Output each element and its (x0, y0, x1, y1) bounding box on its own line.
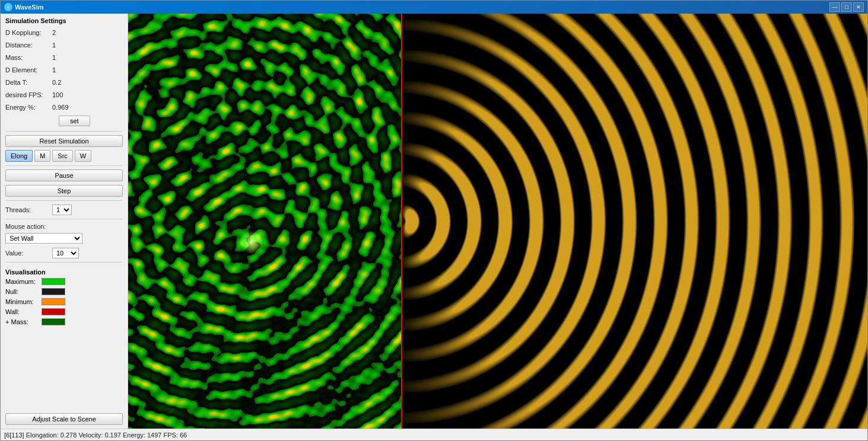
mouse-action-label: Mouse action: (5, 223, 50, 230)
value-delta-t: 0.2 (52, 79, 61, 86)
vis-wall-row: Wall: (5, 307, 123, 317)
threads-row: Threads: 1 2 4 8 (5, 204, 123, 215)
minimize-button[interactable]: — (829, 2, 840, 12)
value-energy: 0.969 (52, 104, 69, 111)
mode-buttons-row: Elong M Src W (5, 150, 123, 162)
status-text: [6[113] Elongation: 0.278 Velocity: 0.19… (4, 432, 187, 439)
mode-elong-button[interactable]: Elong (5, 150, 33, 162)
reset-simulation-button[interactable]: Reset Simulation (5, 135, 123, 147)
maximize-button[interactable]: □ (841, 2, 852, 12)
value-mass: 1 (52, 54, 56, 61)
vis-maximum-row: Maximum: (5, 277, 123, 286)
value-select[interactable]: 1 2 5 10 20 50 100 (52, 248, 79, 258)
field-d-kopplung: D Kopplung: 2 (5, 27, 123, 38)
vis-maximum-color (42, 278, 65, 285)
divider-4 (5, 219, 123, 219)
field-desired-fps: desired FPS: 100 (5, 90, 123, 100)
value-d-kopplung: 2 (52, 29, 56, 36)
title-bar-left: ≈ WaveSim (4, 3, 44, 11)
mouse-action-row: Mouse action: (5, 223, 123, 230)
label-desired-fps: desired FPS: (5, 91, 50, 98)
value-desired-fps: 100 (52, 91, 63, 98)
divider-2 (5, 165, 123, 166)
vis-mass-label: + Mass: (5, 318, 38, 325)
mouse-action-select-row: Set Wall Add Mass Set Source (5, 233, 123, 244)
set-button[interactable]: set (59, 116, 90, 126)
vis-minimum-label: Minimum: (5, 298, 38, 305)
field-distance: Distance: 1 (5, 40, 123, 50)
field-d-element: D Element: 1 (5, 65, 123, 75)
visualisation-section: Visualisation Maximum: Null: Minimum: Wa… (5, 269, 123, 327)
visualisation-label: Visualisation (5, 269, 123, 276)
vis-null-label: Null: (5, 288, 38, 295)
pause-button[interactable]: Pause (5, 170, 123, 181)
label-d-kopplung: D Kopplung: (5, 29, 50, 36)
mode-w-button[interactable]: W (75, 150, 91, 162)
divider-3 (5, 200, 123, 201)
threads-select[interactable]: 1 2 4 8 (52, 204, 72, 215)
mode-m-button[interactable]: M (34, 150, 50, 162)
field-mass: Mass: 1 (5, 52, 123, 63)
vis-mass-row: + Mass: (5, 317, 123, 327)
vis-minimum-color (42, 298, 65, 305)
title-bar-controls: — □ ✕ (829, 2, 864, 12)
vis-wall-label: Wall: (5, 308, 38, 315)
vis-maximum-label: Maximum: (5, 278, 38, 285)
label-delta-t: Delta T: (5, 79, 50, 86)
mouse-action-select[interactable]: Set Wall Add Mass Set Source (5, 233, 82, 244)
value-distance: 1 (52, 41, 56, 49)
title-bar: ≈ WaveSim — □ ✕ (1, 1, 867, 14)
main-content: Simulation Settings D Kopplung: 2 Distan… (1, 14, 867, 429)
step-button[interactable]: Step (5, 185, 123, 197)
window-title: WaveSim (15, 4, 44, 11)
status-bar: [6[113] Elongation: 0.278 Velocity: 0.19… (1, 429, 867, 440)
value-d-element: 1 (52, 66, 56, 74)
vis-mass-color (42, 318, 65, 325)
vis-wall-color (42, 308, 65, 315)
divider-1 (5, 131, 123, 132)
vis-null-row: Null: (5, 287, 123, 296)
sidebar: Simulation Settings D Kopplung: 2 Distan… (1, 14, 128, 429)
simulation-canvas[interactable] (128, 14, 867, 429)
main-window: ≈ WaveSim — □ ✕ Simulation Settings D Ko… (0, 0, 868, 441)
simulation-settings-label: Simulation Settings (5, 17, 123, 24)
app-icon: ≈ (4, 3, 12, 11)
field-delta-t: Delta T: 0.2 (5, 77, 123, 88)
field-energy: Energy %: 0.969 (5, 102, 123, 113)
vis-minimum-row: Minimum: (5, 297, 123, 306)
value-label: Value: (5, 250, 50, 257)
value-row: Value: 1 2 5 10 20 50 100 (5, 248, 123, 258)
label-distance: Distance: (5, 41, 50, 49)
spacer (5, 329, 123, 411)
label-mass: Mass: (5, 54, 50, 61)
adjust-scale-button[interactable]: Adjust Scale to Scene (5, 413, 123, 425)
wave-canvas (128, 14, 867, 429)
close-button[interactable]: ✕ (853, 2, 864, 12)
threads-label: Threads: (5, 206, 50, 213)
mode-src-button[interactable]: Src (52, 150, 73, 162)
label-d-element: D Element: (5, 66, 50, 74)
divider-5 (5, 262, 123, 263)
label-energy: Energy %: (5, 104, 50, 111)
vis-null-color (42, 288, 65, 295)
